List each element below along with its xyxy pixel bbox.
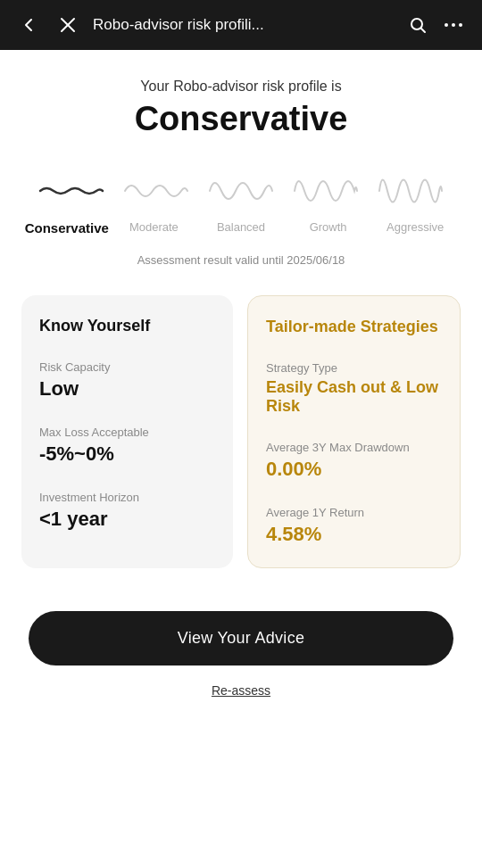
risk-labels-row: Conservative Moderate Balanced Growth Ag… [21,220,461,236]
risk-label-conservative[interactable]: Conservative [23,220,111,236]
view-advice-button[interactable]: View Your Advice [29,611,453,665]
risk-label-aggressive[interactable]: Aggressive [371,220,459,236]
info-cards-row: Know Yourself Risk Capacity Low Max Loss… [21,295,461,568]
risk-label-growth[interactable]: Growth [285,220,372,236]
search-button[interactable] [403,11,432,39]
max-loss-value: -5%~0% [39,442,215,466]
bottom-section: View Your Advice Re-assess [21,611,461,698]
svg-point-5 [452,23,455,27]
strategies-title: Tailor-made Strategies [266,318,442,336]
avg-return-label: Average 1Y Return [266,506,442,519]
top-navigation-bar: Robo-advisor risk profili... [0,0,482,50]
strategy-type-value: Easily Cash out & Low Risk [266,378,442,416]
waveform-growth [284,160,369,213]
know-yourself-card: Know Yourself Risk Capacity Low Max Loss… [21,295,233,568]
investment-horizon-value: <1 year [39,508,215,531]
strategy-type-field: Strategy Type Easily Cash out & Low Risk [266,361,442,416]
risk-chart [21,160,461,213]
waveform-moderate [113,160,198,213]
svg-point-2 [411,19,422,29]
max-loss-field: Max Loss Acceptable -5%~0% [39,426,215,466]
tailormade-strategies-card: Tailor-made Strategies Strategy Type Eas… [247,295,461,568]
max-loss-label: Max Loss Acceptable [39,426,215,439]
risk-capacity-label: Risk Capacity [39,360,215,374]
risk-label-balanced[interactable]: Balanced [197,220,285,236]
back-button[interactable] [14,11,43,39]
top-bar-actions [403,11,468,39]
waveform-balanced [198,160,283,213]
avg-drawdown-label: Average 3Y Max Drawdown [266,441,442,454]
page-title: Robo-advisor risk profili... [93,16,393,34]
investment-horizon-field: Investment Horizon <1 year [39,491,215,531]
svg-line-3 [421,29,425,32]
avg-drawdown-field: Average 3Y Max Drawdown 0.00% [266,441,442,481]
avg-return-field: Average 1Y Return 4.58% [266,506,442,546]
waveform-row [21,160,461,213]
svg-point-6 [459,23,462,27]
profile-subtitle: Your Robo-advisor risk profile is [140,79,341,95]
reassess-button[interactable]: Re-assess [212,683,270,698]
strategy-type-label: Strategy Type [266,361,442,375]
waveform-conservative [29,160,113,213]
risk-capacity-field: Risk Capacity Low [39,360,215,401]
main-content: Your Robo-advisor risk profile is Conser… [0,50,482,733]
know-yourself-title: Know Yourself [39,317,215,335]
avg-drawdown-value: 0.00% [266,458,442,481]
profile-title: Conservative [135,100,348,138]
svg-point-4 [445,23,448,27]
more-options-button[interactable] [439,11,468,39]
validity-text: Assessment result valid until 2025/06/18 [137,253,345,267]
avg-return-value: 4.58% [266,523,442,546]
waveform-aggressive [369,160,453,213]
close-button[interactable] [54,11,82,39]
risk-label-moderate[interactable]: Moderate [111,220,198,236]
risk-capacity-value: Low [39,377,215,401]
investment-horizon-label: Investment Horizon [39,491,215,504]
